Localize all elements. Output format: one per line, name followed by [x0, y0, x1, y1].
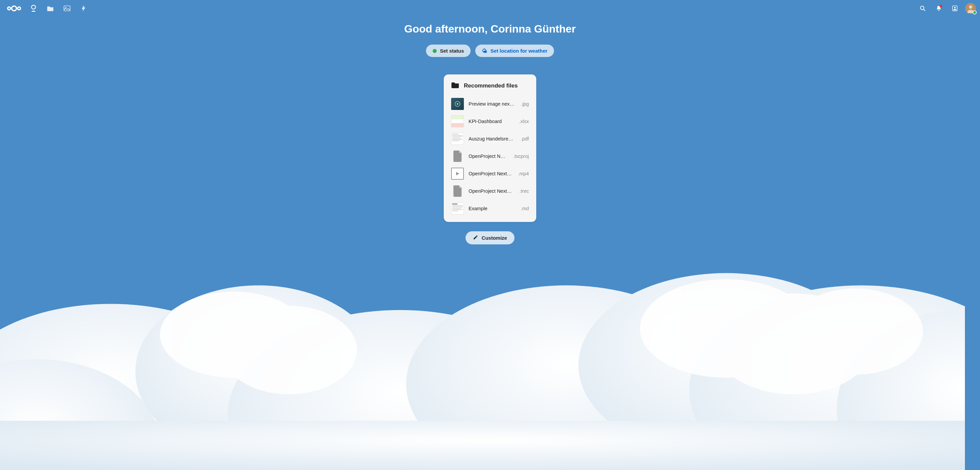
svg-marker-29	[456, 172, 459, 176]
file-extension: .tscproj	[513, 153, 529, 159]
svg-point-21	[920, 6, 924, 10]
file-row[interactable]: OpenProject Nextclou….tscproj	[448, 148, 532, 165]
app-header	[0, 0, 980, 17]
file-row[interactable]: OpenProject Nextclou….mp4	[448, 165, 532, 182]
svg-point-9	[160, 292, 308, 378]
notification-badge	[939, 5, 942, 7]
status-online-icon	[433, 49, 437, 53]
file-thumbnail	[451, 133, 464, 145]
pencil-icon	[473, 235, 478, 241]
file-row[interactable]: OpenProject Nextclou….trec	[448, 182, 532, 200]
file-thumbnail	[451, 202, 464, 215]
folder-icon	[451, 82, 459, 90]
nav-photos[interactable]	[60, 1, 75, 16]
svg-point-14	[12, 6, 16, 11]
set-status-button[interactable]: Set status	[426, 45, 471, 57]
svg-point-24	[954, 7, 956, 9]
file-extension: .pdf	[521, 136, 529, 142]
file-name: OpenProject Nextclou…	[469, 153, 508, 159]
svg-point-11	[640, 279, 812, 378]
file-name: OpenProject Nextclou…	[469, 188, 514, 194]
file-extension: .jpg	[521, 101, 529, 107]
file-row[interactable]: KPI-Dashboard.xlsx	[448, 113, 532, 130]
file-thumbnail	[451, 185, 464, 197]
file-row[interactable]: Preview image nextclo….jpg	[448, 95, 532, 113]
nav-dashboard[interactable]	[26, 1, 41, 16]
svg-point-13	[788, 288, 923, 374]
svg-line-22	[924, 10, 925, 11]
file-thumbnail	[451, 115, 464, 127]
svg-point-6	[837, 310, 965, 470]
customize-label: Customize	[482, 235, 507, 241]
svg-point-26	[969, 5, 972, 9]
nav-files[interactable]	[43, 1, 58, 16]
nextcloud-logo[interactable]	[4, 5, 24, 12]
contacts-icon[interactable]	[949, 3, 961, 14]
search-icon[interactable]	[917, 3, 928, 14]
file-name: KPI-Dashboard	[469, 119, 514, 124]
set-status-label: Set status	[440, 48, 464, 54]
svg-rect-19	[64, 6, 70, 11]
svg-point-17	[32, 5, 35, 9]
customize-button[interactable]: Customize	[466, 231, 514, 244]
greeting-title: Good afternoon, Corinna Günther	[404, 23, 576, 35]
svg-point-2	[228, 310, 572, 470]
file-name: Example	[469, 206, 515, 211]
svg-point-3	[406, 285, 726, 470]
weather-icon: 🌤	[482, 48, 487, 54]
svg-point-10	[221, 306, 357, 394]
svg-point-0	[0, 304, 271, 470]
file-extension: .xlsx	[519, 119, 529, 124]
svg-rect-18	[32, 11, 35, 12]
svg-point-1	[135, 285, 382, 457]
file-extension: .mp4	[518, 171, 529, 176]
background-clouds	[0, 212, 980, 470]
file-thumbnail	[451, 98, 464, 110]
svg-point-16	[18, 7, 21, 10]
svg-point-15	[8, 7, 11, 10]
svg-point-12	[714, 293, 874, 394]
file-name: OpenProject Nextclou…	[469, 171, 513, 176]
svg-rect-8	[0, 421, 965, 470]
file-name: Preview image nextclo…	[469, 101, 516, 107]
file-extension: .trec	[520, 188, 529, 194]
notifications-icon[interactable]	[933, 3, 945, 14]
user-avatar[interactable]	[965, 3, 976, 14]
set-weather-location-button[interactable]: 🌤 Set location for weather	[475, 45, 554, 57]
set-weather-label: Set location for weather	[490, 48, 547, 54]
svg-point-20	[65, 7, 66, 8]
svg-point-5	[689, 285, 965, 470]
file-thumbnail	[451, 167, 464, 180]
file-extension: .md	[521, 206, 529, 211]
widget-title: Recommended files	[464, 83, 518, 89]
file-row[interactable]: Example.md	[448, 200, 532, 217]
svg-point-4	[579, 273, 874, 458]
user-status-online-icon	[973, 10, 977, 14]
recommended-files-widget: Recommended files Preview image nextclo……	[444, 75, 536, 222]
file-thumbnail	[451, 150, 464, 162]
nav-activity[interactable]	[76, 1, 91, 16]
svg-marker-28	[457, 103, 458, 105]
file-name: Auszug Handelsregiste…	[469, 136, 515, 142]
svg-point-7	[0, 359, 160, 470]
file-row[interactable]: Auszug Handelsregiste….pdf	[448, 130, 532, 148]
